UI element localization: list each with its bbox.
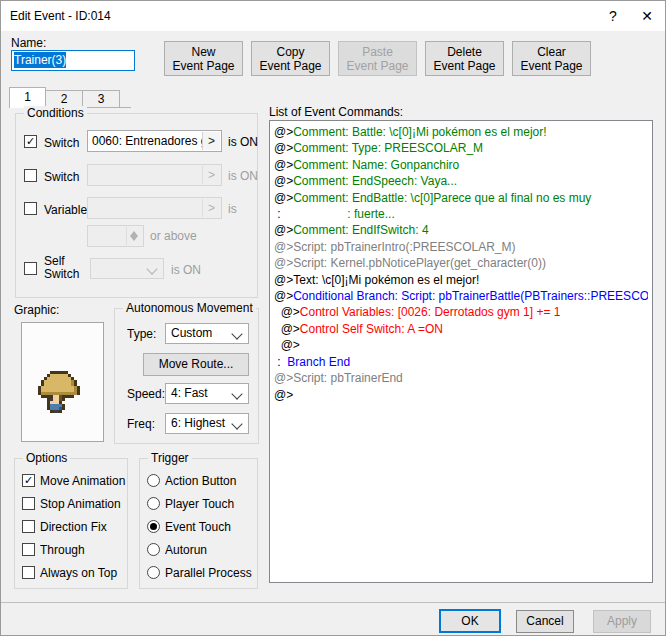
command-line-11[interactable]: @>Conditional Branch: Script: pbTrainerB… — [274, 288, 648, 304]
command-line-13[interactable]: @>Control Self Switch: A =ON — [274, 321, 648, 337]
switch1-combo[interactable]: 0060: Entrenadores gy > — [87, 130, 222, 152]
switch1-checkbox[interactable]: ✓ — [24, 135, 37, 148]
trigger-row-autorun: Autorun — [140, 538, 257, 561]
command-line-12[interactable]: @>Control Variables: [0026: Derrotados g… — [274, 304, 648, 320]
command-line-1[interactable]: @>Comment: Battle: \c[0]¡Mi pokémon es e… — [274, 124, 648, 140]
command-segment: @>Script: pbTrainerIntro(:PREESCOLAR_M) — [274, 240, 515, 254]
switch2-label: Switch — [44, 170, 79, 184]
variable-suffix: is — [228, 202, 237, 216]
new-event-page-button[interactable]: NewEvent Page — [164, 41, 243, 76]
command-line-17[interactable]: @> — [274, 387, 648, 403]
radio-action-button[interactable] — [147, 474, 160, 487]
delete-event-page-button[interactable]: DeleteEvent Page — [425, 41, 504, 76]
command-line-9[interactable]: @>Script: Kernel.pbNoticePlayer(get_char… — [274, 255, 648, 271]
variable-combo: > — [87, 197, 222, 219]
checkbox-always-on-top[interactable] — [22, 566, 35, 579]
speed-label: Speed: — [127, 387, 165, 401]
clear-event-page-label-line2: Event Page — [520, 59, 582, 73]
amount-suffix: or above — [150, 229, 197, 243]
command-line-6[interactable]: : : fuerte... — [274, 206, 648, 222]
command-segment: Control Variables: [0026: Derrotados gym… — [300, 305, 561, 319]
freq-dropdown[interactable]: 6: Highest — [165, 413, 249, 434]
command-segment: @> — [274, 273, 293, 287]
command-segment: @> — [274, 158, 293, 172]
name-input[interactable]: Trainer(3) — [11, 50, 135, 71]
switch2-checkbox[interactable] — [24, 169, 37, 182]
command-segment: : fuerte... — [284, 207, 395, 221]
command-segment: Conditional Branch: Script: pbTrainerBat… — [293, 289, 648, 303]
radio-event-touch[interactable] — [147, 520, 160, 533]
cancel-button[interactable]: Cancel — [516, 610, 574, 633]
command-segment: @> — [274, 388, 293, 402]
command-line-14[interactable]: @> — [274, 337, 648, 353]
chevron-down-icon — [231, 388, 242, 399]
option-label-always-on-top: Always on Top — [40, 566, 117, 580]
copy-event-page-label-line1: Copy — [276, 45, 304, 59]
conditions-title: Conditions — [24, 106, 87, 120]
command-segment: @> — [274, 174, 293, 188]
command-line-8[interactable]: @>Script: pbTrainerIntro(:PREESCOLAR_M) — [274, 239, 648, 255]
copy-event-page-label-line2: Event Page — [259, 59, 321, 73]
checkbox-through[interactable] — [22, 543, 35, 556]
command-line-2[interactable]: @>Comment: Type: PREESCOLAR_M — [274, 140, 648, 156]
self-switch-checkbox[interactable] — [24, 262, 37, 275]
close-icon[interactable]: ✕ — [631, 1, 663, 31]
tab-1[interactable]: 1 — [9, 87, 46, 108]
trigger-list: Action ButtonPlayer TouchEvent TouchAuto… — [140, 469, 257, 584]
checkbox-stop-animation[interactable] — [22, 497, 35, 510]
command-line-3[interactable]: @>Comment: Name: Gonpanchiro — [274, 157, 648, 173]
switch2-picker-arrow-icon: > — [202, 166, 220, 184]
type-dropdown[interactable]: Custom — [165, 323, 249, 344]
radio-parallel-process[interactable] — [147, 566, 160, 579]
option-row-move-animation: ✓Move Animation — [15, 469, 127, 492]
delete-event-page-label-line1: Delete — [447, 45, 482, 59]
trigger-row-parallel-process: Parallel Process — [140, 561, 257, 584]
checkbox-direction-fix[interactable] — [22, 520, 35, 533]
command-line-10[interactable]: @>Text: \c[0]¡Mi pokémon es el mejor! — [274, 272, 648, 288]
new-event-page-label-line1: New — [191, 45, 215, 59]
apply-button: Apply — [593, 610, 651, 633]
new-event-page-label-line2: Event Page — [172, 59, 234, 73]
event-graphic-box[interactable] — [21, 322, 104, 442]
paste-event-page-label-line2: Event Page — [346, 59, 408, 73]
command-segment: @> — [274, 125, 293, 139]
command-segment: Comment: Name: Gonpanchiro — [293, 158, 459, 172]
copy-event-page-button[interactable]: CopyEvent Page — [251, 41, 330, 76]
conditions-group: Conditions ✓ Switch 0060: Entrenadores g… — [15, 113, 258, 298]
command-line-16[interactable]: @>Script: pbTrainerEnd — [274, 370, 648, 386]
speed-dropdown[interactable]: 4: Fast — [165, 383, 249, 404]
switch1-picker-arrow-icon[interactable]: > — [202, 132, 220, 150]
command-list-label: List of Event Commands: — [269, 105, 403, 119]
event-commands-list[interactable]: @>Comment: Battle: \c[0]¡Mi pokémon es e… — [269, 120, 653, 583]
variable-checkbox[interactable] — [24, 202, 37, 215]
clear-event-page-button[interactable]: ClearEvent Page — [512, 41, 591, 76]
speed-value: 4: Fast — [171, 386, 208, 400]
command-line-4[interactable]: @>Comment: EndSpeech: Vaya... — [274, 173, 648, 189]
tab-strip-tail — [120, 87, 131, 108]
checkbox-move-animation[interactable]: ✓ — [22, 474, 35, 487]
command-line-7[interactable]: @>Comment: EndIfSwitch: 4 — [274, 222, 648, 238]
command-line-15[interactable]: : Branch End — [274, 354, 648, 370]
switch2-suffix: is ON — [228, 169, 258, 183]
trigger-label-player-touch: Player Touch — [165, 497, 234, 511]
option-label-direction-fix: Direction Fix — [40, 520, 107, 534]
help-icon[interactable]: ? — [597, 1, 629, 31]
ok-button[interactable]: OK — [439, 609, 501, 633]
command-segment: @> — [274, 338, 300, 352]
self-switch-suffix: is ON — [171, 263, 201, 277]
page-tabs: 123 — [9, 87, 131, 108]
chevron-down-icon — [231, 328, 242, 339]
self-switch-dropdown — [90, 258, 164, 279]
radio-autorun[interactable] — [147, 543, 160, 556]
tab-3[interactable]: 3 — [83, 90, 120, 108]
option-row-stop-animation: Stop Animation — [15, 492, 127, 515]
trigger-label-parallel-process: Parallel Process — [165, 566, 252, 580]
options-group: Options ✓Move AnimationStop AnimationDir… — [14, 458, 128, 589]
radio-player-touch[interactable] — [147, 497, 160, 510]
type-value: Custom — [171, 326, 212, 340]
option-row-direction-fix: Direction Fix — [15, 515, 127, 538]
command-segment: @> — [274, 141, 293, 155]
command-line-5[interactable]: @>Comment: EndBattle: \c[0]Parece que al… — [274, 190, 648, 206]
move-route-button[interactable]: Move Route... — [143, 353, 249, 376]
chevron-down-icon — [231, 418, 242, 429]
